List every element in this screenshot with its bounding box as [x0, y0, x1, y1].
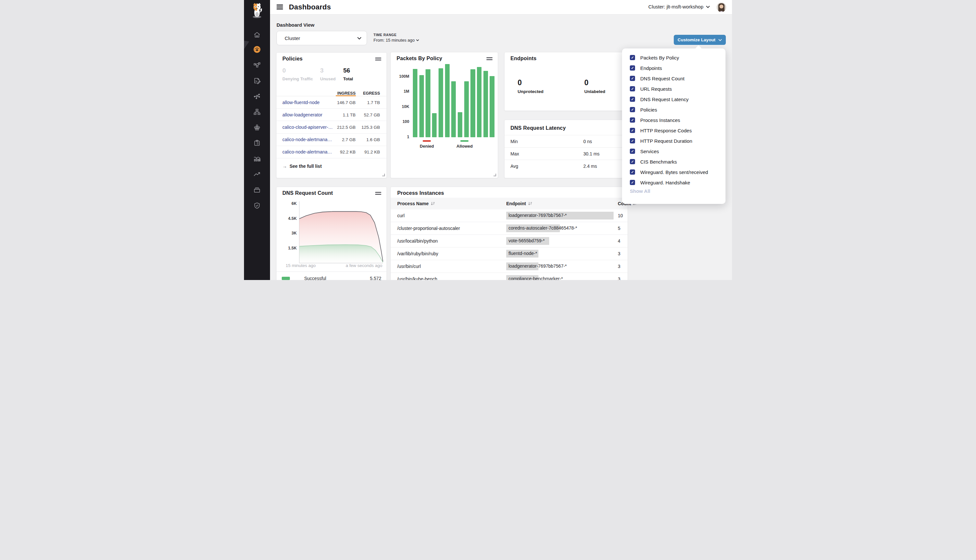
- checkbox-checked-icon[interactable]: [630, 117, 635, 123]
- bar-allowed: [464, 81, 469, 137]
- sort-icon: [528, 202, 532, 205]
- menu-item[interactable]: Process Instances: [622, 115, 726, 125]
- policies-tab[interactable]: 56 Total: [343, 67, 353, 81]
- menu-item-label: Wireguard. Handshake: [640, 180, 690, 185]
- bar-allowed: [477, 67, 482, 137]
- policy-name-link[interactable]: calico-cloud-apiserver-…: [282, 125, 333, 130]
- sidebar-item-policy-recommendations[interactable]: [244, 73, 270, 88]
- checkbox-checked-icon[interactable]: [630, 65, 635, 70]
- sidebar-item-home[interactable]: [244, 28, 270, 42]
- checkbox-checked-icon[interactable]: [630, 86, 635, 92]
- endpoints-unprotected-stat: 0 Unprotected: [517, 78, 544, 94]
- ingress-value: 212.5 GB: [337, 125, 355, 130]
- latency-value: 30.1 ms: [583, 151, 600, 157]
- dashboard-gauge-icon: [253, 45, 261, 53]
- hamburger-menu-button[interactable]: [277, 5, 283, 10]
- card-title: Policies: [282, 56, 302, 62]
- legend-item[interactable]: Allowed: [456, 140, 473, 148]
- sidebar-item-storage[interactable]: [244, 183, 270, 197]
- bar-allowed: [484, 71, 488, 137]
- sidebar-item-service-graph[interactable]: [244, 89, 270, 103]
- policy-name-link[interactable]: allow-fluentd-node: [282, 100, 319, 105]
- sidebar-item-security[interactable]: [244, 198, 270, 213]
- bar-allowed: [490, 76, 494, 137]
- menu-item[interactable]: DNS Request Latency: [622, 94, 726, 104]
- show-all-link[interactable]: Show All: [630, 188, 650, 194]
- sidebar-item-hierarchy[interactable]: [244, 105, 270, 119]
- menu-item[interactable]: Endpoints: [622, 63, 726, 73]
- customize-layout-menu: Packets By Policy Endpoints DNS Request …: [622, 48, 726, 204]
- menu-item[interactable]: Policies: [622, 104, 726, 115]
- sidebar-item-trends[interactable]: [244, 167, 270, 182]
- menu-item-label: HTTP Request Duration: [640, 138, 692, 144]
- see-full-list-link[interactable]: →See the full list: [282, 163, 322, 169]
- resize-handle[interactable]: [494, 174, 496, 176]
- column-header-endpoint[interactable]: Endpoint: [506, 201, 532, 206]
- legend-item[interactable]: Denied: [420, 140, 434, 148]
- drag-handle-icon[interactable]: [375, 58, 381, 62]
- app-root: Dashboards Cluster: jlt-msft-workshop Da…: [244, 0, 732, 280]
- policies-tab[interactable]: 0 Denying Traffic: [282, 67, 313, 81]
- egress-value: 1.6 GB: [366, 137, 380, 142]
- time-range-value[interactable]: From: 15 minutes ago: [374, 38, 419, 43]
- user-avatar[interactable]: [717, 3, 726, 12]
- sidebar-item-activity[interactable]: [244, 152, 270, 166]
- checkbox-checked-icon[interactable]: [630, 76, 635, 81]
- legend-value: 5,572: [370, 276, 381, 280]
- card-title: DNS Request Latency: [511, 125, 566, 131]
- policies-tab[interactable]: 3 Unused: [320, 67, 336, 81]
- endpoint-cell: loadgenerator-7697bb7567-*: [506, 262, 617, 270]
- menu-item[interactable]: Packets By Policy: [622, 52, 726, 63]
- tab-value: 56: [343, 67, 353, 74]
- checkbox-checked-icon[interactable]: [630, 128, 635, 133]
- sidebar-item-dashboards[interactable]: [244, 42, 270, 57]
- sidebar-item-network-sets[interactable]: [244, 58, 270, 72]
- column-header-process-name[interactable]: Process Name: [397, 201, 435, 206]
- home-icon: [254, 31, 260, 38]
- policy-name-link[interactable]: calico-node-alertmana…: [282, 149, 332, 155]
- menu-item[interactable]: HTTP Response Codes: [622, 125, 726, 136]
- bar-allowed: [419, 75, 424, 137]
- card-title: Process Instances: [397, 190, 444, 196]
- count-cell: 3: [618, 251, 621, 256]
- tab-label: Unused: [320, 77, 336, 81]
- latency-value: 2.4 ms: [583, 163, 597, 169]
- table-row: allow-loadgenerator 1.1 TB 52.7 GB: [277, 108, 387, 121]
- policy-name-link[interactable]: calico-node-alertmana…: [282, 137, 332, 142]
- dns-count-legend-row[interactable]: Successful 5,572: [277, 272, 387, 280]
- policy-name-link[interactable]: allow-loadgenerator: [282, 112, 322, 117]
- checkbox-checked-icon[interactable]: [630, 107, 635, 112]
- process-instances-card: Process Instances Process Name Endpoint …: [390, 187, 628, 280]
- menu-item[interactable]: Wireguard. Handshake: [622, 177, 726, 188]
- checkbox-checked-icon[interactable]: [630, 55, 635, 60]
- menu-item-label: URL Requests: [640, 86, 672, 92]
- cluster-selector[interactable]: Cluster: jlt-msft-workshop: [648, 4, 710, 10]
- chevron-down-icon: [357, 37, 362, 40]
- menu-item[interactable]: DNS Request Count: [622, 73, 726, 83]
- sidebar-item-compliance-reports[interactable]: [244, 136, 270, 150]
- resize-handle[interactable]: [382, 174, 385, 176]
- graph-molecule-icon: [254, 93, 260, 100]
- drag-handle-icon[interactable]: [375, 192, 381, 196]
- checkbox-checked-icon[interactable]: [630, 138, 635, 143]
- x-axis-label-start: 15 minutes ago: [285, 263, 315, 268]
- card-title: Endpoints: [511, 56, 537, 62]
- menu-item[interactable]: URL Requests: [622, 83, 726, 94]
- menu-item[interactable]: HTTP Request Duration: [622, 136, 726, 146]
- checkbox-checked-icon[interactable]: [630, 97, 635, 102]
- legend-label: Allowed: [456, 144, 473, 148]
- checkbox-checked-icon[interactable]: [630, 159, 635, 164]
- checkbox-checked-icon[interactable]: [630, 170, 635, 175]
- table-row: /usr/bin/curl loadgenerator-7697bb7567-*…: [391, 260, 627, 273]
- menu-item[interactable]: Wireguard. Bytes sent/received: [622, 167, 726, 177]
- dashboard-view-select[interactable]: Cluster: [277, 31, 367, 45]
- checkbox-checked-icon[interactable]: [630, 180, 635, 185]
- sidebar-item-clusters[interactable]: [244, 120, 270, 135]
- menu-item[interactable]: Services: [622, 146, 726, 157]
- customize-layout-button[interactable]: Customize Layout: [674, 35, 726, 45]
- menu-item[interactable]: CIS Benchmarks: [622, 157, 726, 167]
- count-cell: 3: [618, 264, 621, 269]
- time-range-control: TIME RANGE From: 15 minutes ago: [374, 33, 419, 43]
- checkbox-checked-icon[interactable]: [630, 148, 635, 154]
- tab-value: 0: [282, 67, 313, 74]
